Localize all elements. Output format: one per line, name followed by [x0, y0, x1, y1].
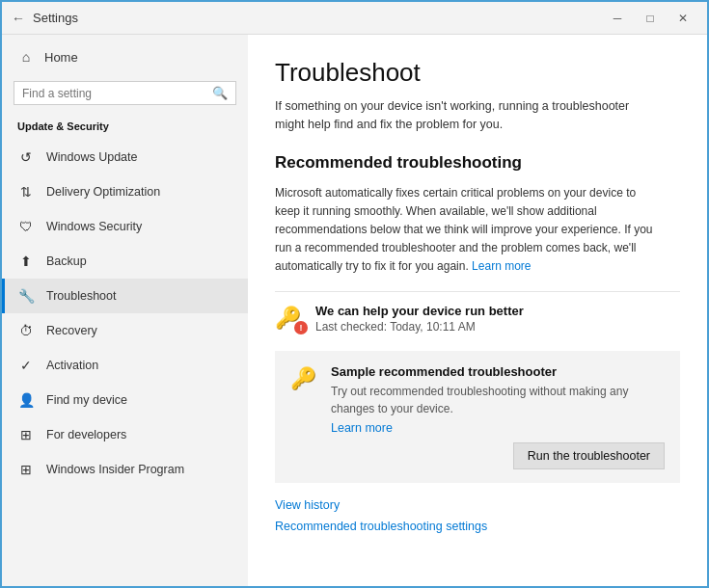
windows-insider-icon: ⊞	[17, 461, 35, 478]
main-content: Troubleshoot If something on your device…	[248, 35, 707, 586]
sidebar-item-backup[interactable]: ⬆ Backup	[2, 244, 248, 279]
sidebar-item-windows-update[interactable]: ↺ Windows Update	[2, 140, 248, 174]
sidebar-item-label: Delivery Optimization	[46, 185, 160, 199]
sidebar-item-label: Troubleshoot	[46, 289, 117, 303]
sidebar-item-windows-insider[interactable]: ⊞ Windows Insider Program	[2, 452, 248, 487]
close-button[interactable]: ✕	[668, 8, 697, 29]
troubleshoot-item-1-icon-wrap: 🔑 !	[275, 306, 304, 331]
sidebar-item-home[interactable]: ⌂ Home	[2, 39, 248, 75]
sidebar-item-troubleshoot[interactable]: 🔧 Troubleshoot	[2, 279, 248, 313]
wrench-icon-2: 🔑	[290, 366, 316, 390]
page-description: If something on your device isn't workin…	[275, 97, 661, 134]
sidebar-item-label: Windows Security	[46, 220, 142, 233]
find-my-device-icon: 👤	[17, 391, 35, 409]
sidebar-item-recovery[interactable]: ⏱ Recovery	[2, 313, 248, 348]
recommended-section-title: Recommended troubleshooting	[275, 153, 680, 173]
sidebar-item-for-developers[interactable]: ⊞ For developers	[2, 417, 248, 452]
recovery-icon: ⏱	[17, 322, 35, 339]
troubleshoot-icon: 🔧	[17, 287, 35, 305]
sample-card-inner: 🔑 Sample recommended troubleshooter Try …	[290, 364, 665, 435]
maximize-button[interactable]: □	[636, 8, 665, 29]
sample-card: 🔑 Sample recommended troubleshooter Try …	[275, 351, 680, 483]
activation-icon: ✓	[17, 357, 35, 374]
troubleshoot-item-1-subtitle: Last checked: Today, 10:11 AM	[315, 320, 524, 334]
back-button[interactable]: ←	[12, 11, 25, 26]
minimize-button[interactable]: ─	[603, 8, 632, 29]
run-troubleshooter-button[interactable]: Run the troubleshooter	[513, 442, 665, 469]
window-controls: ─ □ ✕	[603, 8, 697, 29]
sample-card-icon-wrap: 🔑	[290, 366, 319, 391]
recommended-learn-more-link[interactable]: Learn more	[472, 259, 531, 273]
sample-learn-more-link[interactable]: Learn more	[331, 421, 393, 435]
sidebar-item-label: Recovery	[46, 324, 97, 337]
search-box[interactable]: 🔍	[14, 81, 236, 105]
sidebar: ⌂ Home 🔍 Update & Security ↺ Windows Upd…	[2, 35, 248, 586]
footer-links: View history Recommended troubleshooting…	[275, 498, 680, 533]
sidebar-item-label: Windows Update	[46, 150, 138, 164]
troubleshoot-item-1-title: We can help your device run better	[315, 304, 524, 318]
troubleshoot-item-1: 🔑 ! We can help your device run better L…	[275, 291, 680, 345]
recommended-description: Microsoft automatically fixes certain cr…	[275, 184, 661, 277]
page-title: Troubleshoot	[275, 58, 680, 88]
sidebar-item-windows-security[interactable]: 🛡 Windows Security	[2, 209, 248, 244]
sidebar-item-find-my-device[interactable]: 👤 Find my device	[2, 383, 248, 417]
sidebar-item-label: Backup	[46, 254, 87, 268]
sidebar-item-activation[interactable]: ✓ Activation	[2, 348, 248, 383]
windows-update-icon: ↺	[17, 148, 35, 166]
view-history-link[interactable]: View history	[275, 498, 680, 512]
sidebar-item-label: For developers	[46, 428, 126, 441]
sidebar-item-label: Activation	[46, 359, 98, 372]
sidebar-item-delivery-optimization[interactable]: ⇅ Delivery Optimization	[2, 174, 248, 209]
sidebar-section-title: Update & Security	[2, 115, 248, 140]
sample-card-desc: Try out recommended troubleshooting with…	[331, 383, 665, 417]
sidebar-item-label: Windows Insider Program	[46, 463, 184, 476]
home-icon: ⌂	[17, 48, 35, 66]
alert-badge: !	[294, 321, 308, 334]
delivery-optimization-icon: ⇅	[17, 183, 35, 200]
sample-card-title: Sample recommended troubleshooter	[331, 364, 665, 379]
sidebar-home-label: Home	[44, 50, 78, 65]
titlebar: ← Settings ─ □ ✕	[2, 2, 707, 35]
recommended-settings-link[interactable]: Recommended troubleshooting settings	[275, 520, 680, 533]
search-input[interactable]	[22, 87, 206, 100]
sample-card-text: Sample recommended troubleshooter Try ou…	[331, 364, 665, 435]
windows-security-icon: 🛡	[17, 218, 35, 235]
backup-icon: ⬆	[17, 253, 35, 270]
sidebar-item-label: Find my device	[46, 393, 127, 407]
search-icon: 🔍	[212, 86, 228, 100]
window-title: Settings	[33, 11, 78, 25]
troubleshoot-item-1-text: We can help your device run better Last …	[315, 304, 524, 334]
for-developers-icon: ⊞	[17, 426, 35, 443]
